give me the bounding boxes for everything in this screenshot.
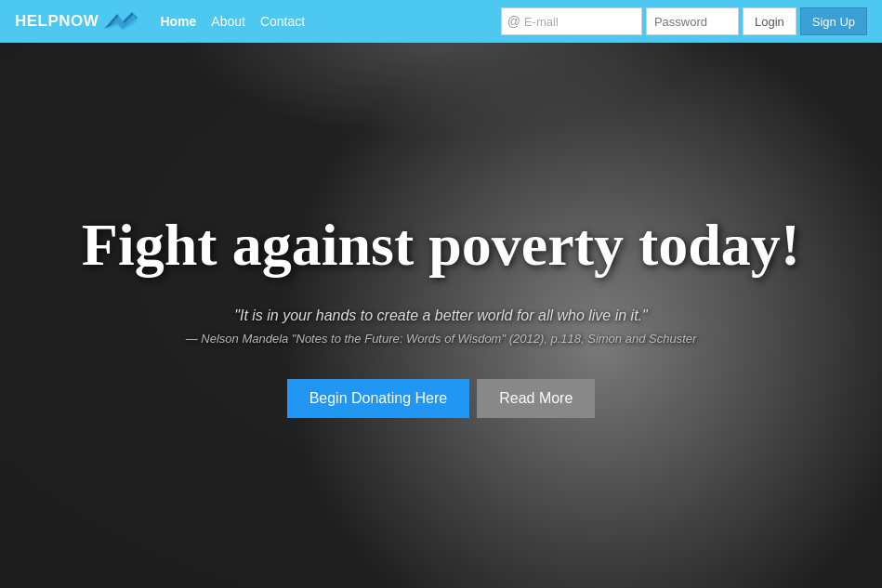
read-more-button[interactable]: Read More xyxy=(477,379,595,418)
nav-home[interactable]: Home xyxy=(160,14,196,29)
signup-button[interactable]: Sign Up xyxy=(800,7,867,35)
nav-about[interactable]: About xyxy=(211,14,245,29)
hero-section: Fight against poverty today! "It is in y… xyxy=(0,43,882,588)
nav-links: Home About Contact xyxy=(160,14,500,29)
password-input[interactable] xyxy=(646,7,739,35)
at-icon: @ xyxy=(507,14,520,29)
nav-auth-area: @ Login Sign Up xyxy=(501,7,867,35)
email-wrapper: @ xyxy=(501,7,642,35)
logo-text: HELPNOW xyxy=(15,12,99,31)
hero-content: Fight against poverty today! "It is in y… xyxy=(26,213,856,418)
logo: HELPNOW xyxy=(15,10,138,33)
logo-icon xyxy=(104,10,138,33)
hero-title: Fight against poverty today! xyxy=(82,213,800,278)
nav-contact[interactable]: Contact xyxy=(260,14,305,29)
email-input[interactable] xyxy=(524,15,636,29)
navbar: HELPNOW Home About Contact @ Login Sign … xyxy=(0,0,882,43)
donate-button[interactable]: Begin Donating Here xyxy=(287,379,470,418)
login-button[interactable]: Login xyxy=(743,7,796,35)
hero-buttons: Begin Donating Here Read More xyxy=(82,379,800,418)
hero-attribution: — Nelson Mandela "Notes to the Future: W… xyxy=(82,332,800,346)
hero-quote: "It is in your hands to create a better … xyxy=(82,307,800,324)
